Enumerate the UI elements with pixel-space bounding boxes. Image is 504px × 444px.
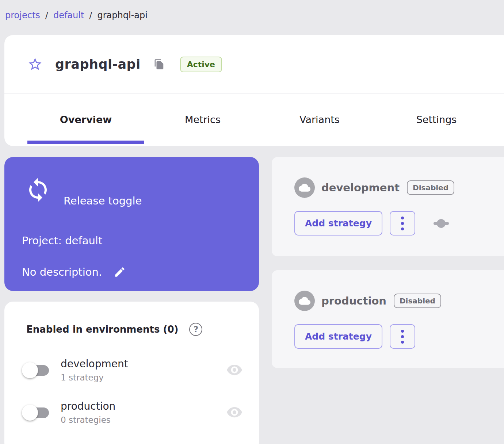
breadcrumb-default-link[interactable]: default — [53, 10, 84, 20]
development-toggle[interactable] — [22, 361, 53, 379]
release-toggle-loop-icon — [25, 177, 51, 204]
favorite-star-icon[interactable] — [27, 57, 43, 72]
cloud-environment-icon — [294, 177, 315, 198]
tab-metrics[interactable]: Metrics — [144, 94, 261, 145]
breadcrumb: projects / default / graphql-api — [5, 10, 148, 20]
feature-title-row: graphql-api Active — [4, 35, 504, 94]
environment-card-development: development Disabled Add strategy — [272, 157, 504, 256]
feature-project-label: Project: default — [22, 234, 102, 247]
environment-name: production — [61, 400, 115, 412]
cloud-environment-icon — [294, 291, 315, 311]
enabled-environments-panel: Enabled in environments (0) ? developmen… — [4, 302, 259, 444]
environment-strategy-count: 1 strategy — [61, 373, 128, 382]
enabled-environments-title: Enabled in environments (0) — [26, 324, 178, 335]
environment-strategy-count: 0 strategies — [61, 415, 115, 425]
active-tab-indicator — [27, 141, 144, 144]
breadcrumb-separator: / — [45, 10, 48, 20]
environment-row-development: development 1 strategy — [22, 358, 243, 382]
feature-summary-card: Release toggle Project: default No descr… — [4, 157, 259, 291]
environment-card-name: development — [321, 181, 400, 194]
feature-header-card: graphql-api Active Overview Metrics Vari… — [4, 35, 504, 146]
help-icon[interactable]: ? — [189, 323, 202, 336]
tab-settings[interactable]: Settings — [378, 94, 495, 145]
edit-description-icon[interactable] — [114, 266, 126, 278]
copy-name-icon[interactable] — [154, 59, 165, 70]
visibility-eye-icon[interactable] — [226, 364, 243, 376]
rollout-slider-icon — [433, 219, 450, 228]
production-toggle[interactable] — [22, 404, 53, 421]
environment-status-badge: Disabled — [407, 180, 454, 195]
tab-overview[interactable]: Overview — [27, 94, 144, 145]
more-options-kebab-button[interactable] — [390, 324, 415, 349]
tab-bar: Overview Metrics Variants Settings — [27, 94, 495, 145]
visibility-eye-icon[interactable] — [226, 406, 243, 419]
environment-card-name: production — [321, 295, 386, 307]
environment-status-badge: Disabled — [394, 294, 441, 308]
breadcrumb-projects-link[interactable]: projects — [5, 10, 40, 20]
tab-variants[interactable]: Variants — [261, 94, 378, 145]
breadcrumb-current: graphql-api — [97, 10, 147, 20]
status-badge: Active — [180, 57, 222, 72]
add-strategy-button[interactable]: Add strategy — [294, 211, 382, 236]
page-title: graphql-api — [55, 57, 141, 72]
environment-card-production: production Disabled Add strategy — [272, 270, 504, 368]
feature-description: No description. — [22, 266, 102, 278]
more-options-kebab-button[interactable] — [390, 211, 415, 236]
breadcrumb-separator: / — [89, 10, 92, 20]
feature-type-label: Release toggle — [64, 195, 142, 207]
add-strategy-button[interactable]: Add strategy — [294, 324, 382, 349]
environment-row-production: production 0 strategies — [22, 400, 243, 425]
environment-name: development — [61, 358, 128, 370]
